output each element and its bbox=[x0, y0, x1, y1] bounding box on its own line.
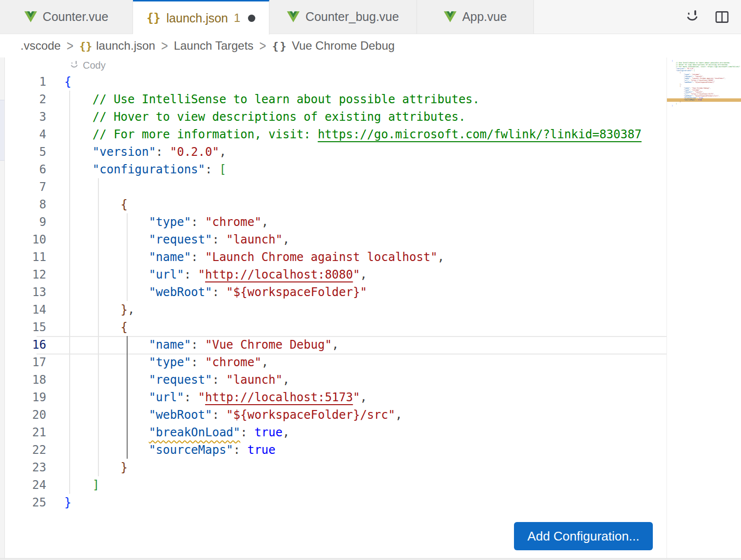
vue-icon bbox=[287, 11, 300, 22]
left-strip-handle bbox=[0, 100, 4, 161]
indent-guide bbox=[69, 91, 70, 494]
tab-label: launch.json bbox=[167, 11, 228, 25]
modified-dot-icon[interactable] bbox=[248, 15, 255, 22]
line-number[interactable]: 12 bbox=[5, 268, 46, 281]
minimap[interactable]: { // Use IntelliSense to learn about pos… bbox=[666, 57, 741, 558]
code-line[interactable]: 14 }, bbox=[5, 301, 666, 318]
minimap-code: { // Use IntelliSense to learn about pos… bbox=[672, 60, 740, 107]
left-edge-strip bbox=[0, 57, 5, 560]
line-number[interactable]: 2 bbox=[5, 93, 46, 106]
line-number[interactable]: 13 bbox=[5, 285, 46, 299]
cody-icon bbox=[69, 60, 80, 71]
breadcrumb-symbol-vue-chrome-debug[interactable]: {} Vue Chrome Debug bbox=[272, 39, 395, 53]
cody-icon[interactable] bbox=[684, 9, 701, 25]
indent-guide-active bbox=[127, 336, 128, 459]
tab-counter-bug-vue[interactable]: Counter_bug.vue bbox=[269, 0, 417, 34]
line-number[interactable]: 8 bbox=[5, 198, 46, 211]
breadcrumb-folder[interactable]: .vscode bbox=[20, 39, 61, 53]
code-line[interactable]: 13 "webRoot": "${workspaceFolder}" bbox=[5, 283, 666, 301]
line-number[interactable]: 6 bbox=[5, 163, 46, 176]
vue-icon bbox=[444, 11, 456, 22]
tab-label: Counter_bug.vue bbox=[305, 10, 399, 24]
code-line[interactable]: 12 "url": "http://localhost:8080", bbox=[5, 266, 666, 283]
url-link[interactable]: https://go.microsoft.com/fwlink/?linkid=… bbox=[708, 66, 741, 68]
line-number[interactable]: 19 bbox=[5, 391, 46, 404]
code-line[interactable]: 6 "configurations": [ bbox=[5, 161, 666, 178]
code-line[interactable]: 2 // Use IntelliSense to learn about pos… bbox=[5, 91, 666, 108]
code-line[interactable]: 20 "webRoot": "${workspaceFolder}/src", bbox=[5, 406, 666, 424]
line-number[interactable]: 17 bbox=[5, 355, 46, 369]
line-number[interactable]: 7 bbox=[5, 180, 46, 194]
code-line[interactable]: 5 "version": "0.2.0", bbox=[5, 143, 666, 161]
url-link[interactable]: https://go.microsoft.com/fwlink/?linkid=… bbox=[318, 128, 642, 141]
line-number[interactable]: 5 bbox=[5, 145, 46, 159]
line-number[interactable]: 25 bbox=[5, 496, 46, 509]
symbol-object-icon: {} bbox=[272, 40, 288, 52]
line-number[interactable]: 15 bbox=[5, 320, 46, 334]
tab-label: App.vue bbox=[462, 10, 507, 24]
add-configuration-button[interactable]: Add Configuration... bbox=[514, 522, 653, 550]
indent-guide bbox=[127, 213, 128, 301]
code-line[interactable]: 7 bbox=[5, 178, 666, 196]
json-file-icon: {} bbox=[147, 11, 161, 25]
code-line[interactable]: 4 // For more information, visit: https:… bbox=[5, 126, 666, 143]
line-number[interactable]: 23 bbox=[5, 461, 46, 474]
tab-label: Counter.vue bbox=[43, 10, 109, 24]
code-line[interactable]: 11 "name": "Launch Chrome against localh… bbox=[5, 248, 666, 266]
code-line[interactable]: 25} bbox=[5, 494, 666, 511]
line-number[interactable]: 11 bbox=[5, 250, 46, 264]
code-line[interactable]: 8 { bbox=[5, 196, 666, 213]
code-line[interactable]: 3 // Hover to view descriptions of exist… bbox=[5, 108, 666, 126]
code-line[interactable]: 16 "name": "Vue Chrome Debug", bbox=[5, 336, 666, 354]
json-braces-icon: {} bbox=[79, 40, 93, 52]
line-number[interactable]: 9 bbox=[5, 215, 46, 229]
line-number[interactable]: 20 bbox=[5, 408, 46, 422]
line-number[interactable]: 18 bbox=[5, 373, 46, 387]
code-line[interactable]: 19 "url": "http://localhost:5173", bbox=[5, 389, 666, 406]
codelens-label: Cody bbox=[83, 60, 106, 71]
tab-problem-badge: 1 bbox=[234, 11, 240, 25]
line-number[interactable]: 3 bbox=[5, 110, 46, 124]
line-number[interactable]: 4 bbox=[5, 128, 46, 141]
code-line[interactable]: 22 "sourceMaps": true bbox=[5, 441, 666, 459]
tab-launch-json[interactable]: {} launch.json 1 bbox=[133, 0, 269, 35]
vue-icon bbox=[24, 11, 37, 22]
line-number[interactable]: 1 bbox=[5, 75, 46, 89]
code-editor: Cody 1{2 // Use IntelliSense to learn ab… bbox=[5, 57, 741, 558]
url-link[interactable]: http://localhost:5173 bbox=[205, 391, 353, 404]
line-number[interactable]: 24 bbox=[5, 478, 46, 492]
url-link[interactable]: http://localhost:8080 bbox=[205, 268, 353, 281]
code-line[interactable]: 21 "breakOnLoad": true, bbox=[5, 424, 666, 441]
breadcrumb-separator: > bbox=[161, 37, 168, 55]
line-number[interactable]: 14 bbox=[5, 303, 46, 317]
code-line[interactable]: 17 "type": "chrome", bbox=[5, 354, 666, 371]
breadcrumb: .vscode > {} launch.json > Launch Target… bbox=[0, 34, 741, 57]
cody-codelens[interactable]: Cody bbox=[5, 57, 666, 73]
code-line[interactable]: 1{ bbox=[5, 73, 666, 91]
code-line[interactable]: 18 "request": "launch", bbox=[5, 371, 666, 389]
line-number[interactable]: 16 bbox=[5, 338, 46, 352]
code-line[interactable]: 24 ] bbox=[5, 476, 666, 494]
line-number[interactable]: 21 bbox=[5, 426, 46, 439]
breadcrumb-separator: > bbox=[259, 37, 266, 55]
bottom-edge bbox=[0, 558, 741, 560]
line-number[interactable]: 10 bbox=[5, 233, 46, 246]
code-line[interactable]: 15 { bbox=[5, 318, 666, 336]
tab-counter-vue[interactable]: Counter.vue bbox=[0, 0, 133, 34]
indent-guide bbox=[98, 178, 99, 476]
tab-app-vue[interactable]: App.vue bbox=[417, 0, 534, 34]
code-line[interactable]: 9 "type": "chrome", bbox=[5, 213, 666, 231]
breadcrumb-symbol-launch-targets[interactable]: Launch Targets bbox=[174, 39, 254, 53]
code-line[interactable]: 23 } bbox=[5, 459, 666, 476]
breadcrumb-file[interactable]: {} launch.json bbox=[79, 39, 155, 53]
editor-tab-bar: Counter.vue {} launch.json 1 Counter_bug… bbox=[0, 0, 741, 34]
code-pane[interactable]: Cody 1{2 // Use IntelliSense to learn ab… bbox=[5, 57, 666, 558]
editor-actions bbox=[684, 0, 741, 34]
breadcrumb-separator: > bbox=[67, 37, 74, 55]
code-lines: 1{2 // Use IntelliSense to learn about p… bbox=[5, 73, 666, 511]
split-editor-icon[interactable] bbox=[714, 9, 730, 25]
line-number[interactable]: 22 bbox=[5, 443, 46, 457]
code-line[interactable]: 10 "request": "launch", bbox=[5, 231, 666, 248]
